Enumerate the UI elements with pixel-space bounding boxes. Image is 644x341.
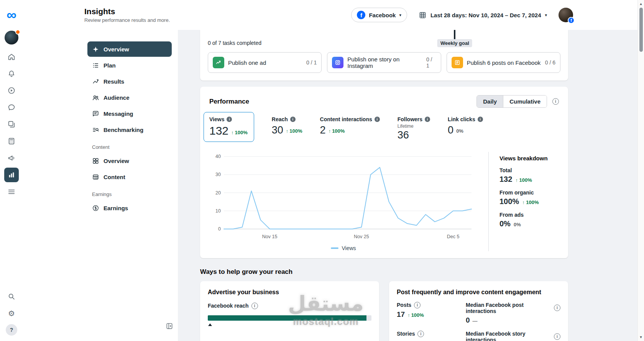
svg-text:Nov 15: Nov 15 bbox=[262, 234, 278, 239]
window-scrollbar[interactable]: ▲ ▼ bbox=[637, 0, 644, 341]
breakdown-ads-value: 0% bbox=[499, 219, 511, 228]
sidebar-item-audience[interactable]: Audience bbox=[87, 90, 172, 105]
search-icon[interactable] bbox=[4, 289, 19, 304]
up-arrow-icon: ↑ bbox=[231, 130, 234, 135]
reach-bar-marker-icon bbox=[208, 323, 212, 326]
help-icon[interactable]: ? bbox=[6, 324, 17, 336]
numbered-list-icon bbox=[92, 62, 99, 69]
facebook-reach-bar-fill bbox=[208, 315, 366, 321]
tasks-row: Publish one ad 0 / 1 Publish one story o… bbox=[208, 52, 560, 73]
advertise-card: Advertise your business Facebook reach i bbox=[200, 281, 379, 341]
info-icon[interactable]: i bbox=[375, 117, 380, 122]
metric-value: 132 bbox=[209, 125, 228, 137]
up-arrow-icon: ↑ bbox=[522, 199, 525, 205]
sidebar-section-content: Content bbox=[92, 144, 172, 150]
profile-avatar[interactable]: f bbox=[559, 8, 573, 22]
ads-manager-megaphone-icon[interactable] bbox=[4, 151, 19, 165]
weekly-goal-label: Weekly goal bbox=[437, 39, 472, 47]
info-icon[interactable]: i bbox=[478, 117, 483, 122]
info-icon[interactable]: i bbox=[414, 302, 421, 308]
info-icon[interactable]: i bbox=[552, 98, 559, 105]
median-story-interactions-stat: Median Facebook story interactionsi bbox=[466, 331, 560, 341]
metric-followers[interactable]: Followersi Lifetime 36 bbox=[398, 116, 430, 140]
sidebar-item-plan[interactable]: Plan bbox=[87, 58, 172, 73]
notifications-bell-icon[interactable] bbox=[4, 66, 19, 81]
insights-sidebar: Overview Plan Results Audience Messaging… bbox=[23, 30, 178, 341]
calendar-grid-icon bbox=[419, 11, 427, 19]
inbox-chat-icon[interactable] bbox=[4, 100, 19, 115]
info-icon[interactable]: i bbox=[417, 331, 424, 337]
page-subtitle: Review performance results and more. bbox=[84, 17, 170, 23]
rail-bottom-group: ⚙ ? bbox=[4, 288, 19, 336]
info-icon[interactable]: i bbox=[251, 303, 258, 309]
date-range-selector[interactable]: Last 28 days: Nov 10, 2024 – Dec 7, 2024… bbox=[419, 11, 547, 19]
people-icon bbox=[92, 94, 99, 101]
sidebar-item-content-content[interactable]: Content bbox=[87, 169, 172, 185]
sidebar-item-overview[interactable]: Overview bbox=[87, 41, 172, 57]
metric-reach[interactable]: Reachi 30 ↑100% bbox=[272, 116, 302, 135]
info-icon[interactable]: i bbox=[227, 117, 232, 122]
breakdown-title: Views breakdown bbox=[499, 155, 559, 161]
metric-views[interactable]: Viewsi 132 ↑100% bbox=[204, 112, 254, 142]
info-icon[interactable]: i bbox=[554, 333, 560, 340]
main-layout: ⚙ ? Overview Plan Results Audience Messa… bbox=[0, 30, 644, 341]
toggle-daily[interactable]: Daily bbox=[477, 96, 503, 107]
info-icon[interactable]: i bbox=[290, 117, 296, 122]
toggle-cumulative[interactable]: Cumulative bbox=[503, 96, 547, 107]
followers-lifetime-label: Lifetime bbox=[398, 124, 430, 129]
views-line-chart: 010203040Nov 15Nov 25Dec 5 bbox=[209, 152, 478, 242]
sidebar-item-content-overview[interactable]: Overview bbox=[87, 153, 172, 168]
views-breakdown-panel: Views breakdown Total 132 ↑ 100% From or… bbox=[488, 152, 559, 251]
sidebar-item-messaging[interactable]: Messaging bbox=[87, 106, 172, 121]
sidebar-item-results[interactable]: Results bbox=[87, 74, 172, 89]
business-avatar[interactable] bbox=[5, 31, 18, 44]
tasks-card: Weekly goal 0 of 7 tasks completed Publi… bbox=[200, 30, 568, 81]
sidebar-section-earnings: Earnings bbox=[92, 191, 172, 197]
svg-text:20: 20 bbox=[215, 190, 221, 195]
legend-swatch bbox=[331, 247, 338, 249]
scrollbar-thumb[interactable] bbox=[639, 8, 643, 52]
settings-gear-icon[interactable]: ⚙ bbox=[4, 306, 19, 321]
date-range-label: Last 28 days: Nov 10, 2024 – Dec 7, 2024 bbox=[430, 12, 541, 18]
info-icon[interactable]: i bbox=[425, 117, 430, 122]
tasks-progress-text: 0 of 7 tasks completed bbox=[208, 40, 560, 46]
median-post-interactions-stat: Median Facebook post interactionsi 0 — bbox=[466, 302, 560, 325]
scrollbar-up-arrow[interactable]: ▲ bbox=[638, 2, 644, 6]
facebook-logo-icon: f bbox=[357, 11, 365, 19]
up-arrow-icon: ↑ bbox=[515, 177, 518, 183]
legend-label: Views bbox=[342, 245, 356, 251]
all-tools-menu-icon[interactable] bbox=[4, 185, 19, 199]
engagement-title: Post frequently and improve content enga… bbox=[397, 289, 560, 296]
page-selector-button[interactable]: f Facebook ▾ bbox=[351, 8, 407, 22]
facebook-post-icon bbox=[452, 57, 463, 68]
up-arrow-icon: ↑ bbox=[329, 128, 331, 134]
metric-link-clicks[interactable]: Link clicksi 0 0% bbox=[448, 116, 483, 135]
header: ∞ Insights Review performance results an… bbox=[0, 0, 644, 30]
chevron-down-icon: ▾ bbox=[545, 13, 547, 18]
scrollbar-down-arrow[interactable]: ▼ bbox=[638, 335, 644, 339]
meta-logo-icon[interactable]: ∞ bbox=[7, 8, 16, 22]
ads-boost-icon[interactable] bbox=[4, 83, 19, 98]
grow-section-title: Ways to help grow your reach bbox=[200, 268, 568, 276]
sidebar-item-benchmarking[interactable]: Benchmarking bbox=[87, 122, 172, 137]
compare-search-icon bbox=[92, 126, 99, 133]
metrics-row: Viewsi 132 ↑100% Reachi 30 ↑100% bbox=[209, 116, 559, 142]
content-posts-icon[interactable] bbox=[4, 117, 19, 132]
insights-bar-chart-icon[interactable] bbox=[4, 168, 19, 182]
engagement-card: Post frequently and improve content enga… bbox=[389, 281, 568, 341]
daily-cumulative-toggle: Daily Cumulative bbox=[476, 95, 547, 108]
home-icon[interactable] bbox=[4, 49, 19, 64]
svg-text:0: 0 bbox=[218, 226, 221, 232]
collapse-sidebar-button[interactable] bbox=[166, 322, 173, 331]
info-icon[interactable]: i bbox=[554, 305, 560, 311]
performance-title: Performance bbox=[209, 98, 249, 105]
task-publish-ad[interactable]: Publish one ad 0 / 1 bbox=[208, 52, 322, 73]
facebook-reach-label: Facebook reach bbox=[208, 303, 249, 309]
instagram-story-icon bbox=[332, 57, 343, 68]
posts-stat: Postsi 17 ↑100% bbox=[397, 302, 454, 325]
metric-content-interactions[interactable]: Content interactionsi 2 ↑100% bbox=[320, 116, 380, 135]
task-publish-facebook-posts[interactable]: Publish 6 posts on Facebook 0 / 6 bbox=[447, 52, 560, 73]
task-publish-instagram-story[interactable]: Publish one story on Instagram 0 / 1 bbox=[327, 52, 441, 73]
billing-icon[interactable] bbox=[4, 134, 19, 148]
sidebar-item-earnings[interactable]: Earnings bbox=[87, 200, 172, 216]
